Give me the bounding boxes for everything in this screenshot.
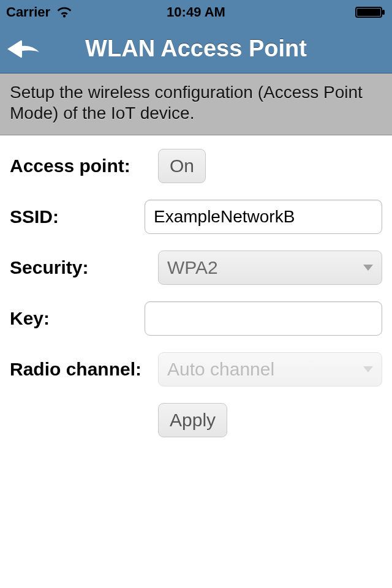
radio-channel-label: Radio channel: bbox=[10, 359, 158, 380]
battery-icon bbox=[355, 6, 386, 18]
apply-button[interactable]: Apply bbox=[158, 403, 227, 437]
wifi-icon bbox=[56, 6, 72, 18]
radio-channel-select: Auto channel bbox=[158, 352, 382, 386]
status-bar: Carrier 10:49 AM bbox=[0, 0, 392, 24]
back-button[interactable] bbox=[5, 24, 54, 73]
chevron-down-icon bbox=[363, 265, 373, 271]
ssid-label: SSID: bbox=[10, 206, 145, 227]
security-select-value: WPA2 bbox=[167, 257, 218, 278]
access-point-toggle[interactable]: On bbox=[158, 149, 206, 183]
svg-rect-2 bbox=[382, 10, 385, 15]
ssid-input[interactable] bbox=[145, 200, 382, 234]
wlan-form: Access point: On SSID: Security: WPA2 Ke… bbox=[0, 135, 392, 467]
key-label: Key: bbox=[10, 308, 145, 329]
chevron-down-icon bbox=[363, 366, 373, 372]
back-arrow-icon bbox=[5, 37, 43, 61]
carrier-label: Carrier bbox=[6, 4, 50, 20]
description-banner: Setup the wireless configuration (Access… bbox=[0, 74, 392, 135]
radio-channel-value: Auto channel bbox=[167, 359, 274, 380]
page-title: WLAN Access Point bbox=[0, 36, 392, 62]
key-input[interactable] bbox=[145, 301, 382, 336]
nav-bar: WLAN Access Point bbox=[0, 24, 392, 74]
security-select[interactable]: WPA2 bbox=[158, 251, 382, 285]
security-label: Security: bbox=[10, 257, 158, 278]
access-point-label: Access point: bbox=[10, 156, 158, 176]
svg-rect-1 bbox=[357, 9, 380, 16]
